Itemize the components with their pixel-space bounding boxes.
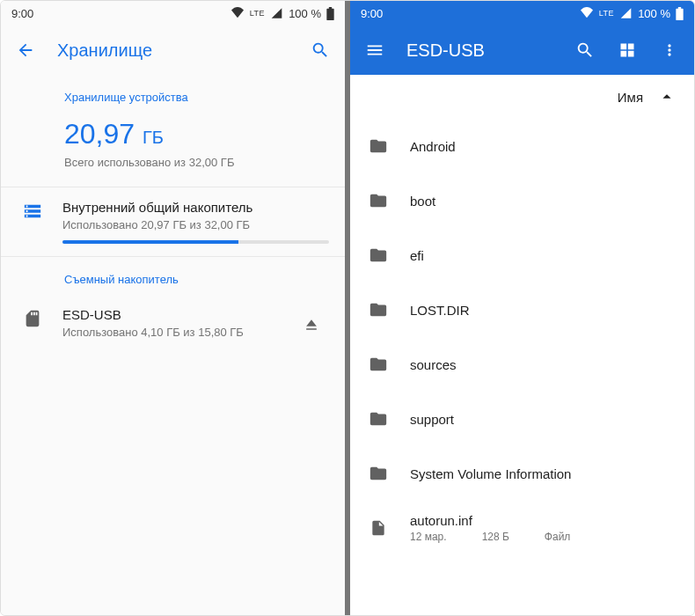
folder-icon — [366, 246, 391, 265]
chevron-up-icon — [657, 87, 677, 106]
app-bar: ESD-USB — [350, 26, 694, 75]
search-button[interactable] — [303, 33, 338, 68]
usage-summary: 20,97 ГБ Всего использовано из 32,00 ГБ — [1, 113, 345, 187]
file-row[interactable]: autorun.inf12 мар.128 БФайл — [350, 501, 694, 555]
eject-button[interactable] — [294, 307, 329, 342]
file-icon — [366, 518, 391, 538]
item-name: LOST.DIR — [410, 303, 678, 318]
removable-name: ESD-USB — [62, 307, 278, 322]
eject-icon — [303, 316, 320, 334]
status-bar: 9:00 LTE 100 % — [350, 1, 694, 26]
folder-icon — [366, 409, 391, 429]
status-icons: LTE 100 % — [580, 7, 684, 20]
status-time: 9:00 — [361, 7, 383, 20]
more-vert-icon — [661, 41, 678, 59]
item-date: 12 мар. — [410, 531, 447, 543]
wifi-icon — [230, 7, 245, 19]
folder-icon — [366, 355, 391, 374]
arrow-back-icon — [16, 40, 35, 60]
storage-settings-screen: 9:00 LTE 100 % Хранилище Хранилище устро… — [1, 1, 348, 615]
internal-storage-row[interactable]: Внутренний общий накопитель Использовано… — [1, 187, 345, 257]
signal-icon — [270, 7, 283, 19]
folder-row[interactable]: boot — [350, 173, 694, 228]
item-name: autorun.inf — [410, 513, 678, 528]
menu-button[interactable] — [357, 33, 392, 68]
folder-row[interactable]: sources — [350, 337, 694, 392]
item-name: Android — [410, 139, 678, 154]
used-subtitle: Всего использовано из 32,00 ГБ — [64, 156, 324, 169]
internal-storage-progress — [62, 240, 329, 244]
folder-icon — [366, 191, 391, 210]
item-name: sources — [410, 357, 678, 372]
item-name: boot — [410, 194, 678, 209]
signal-icon — [619, 7, 633, 19]
view-grid-button[interactable] — [610, 33, 645, 68]
item-name: support — [410, 412, 678, 427]
device-storage-header: Хранилище устройства — [1, 75, 345, 113]
hamburger-icon — [365, 40, 384, 60]
removable-sub: Использовано 4,10 ГБ из 15,80 ГБ — [62, 326, 278, 339]
internal-storage-sub: Использовано 20,97 ГБ из 32,00 ГБ — [62, 218, 329, 231]
overflow-menu-button[interactable] — [652, 33, 687, 68]
used-unit: ГБ — [143, 128, 164, 147]
folder-row[interactable]: Android — [350, 119, 694, 173]
file-browser-screen: 9:00 LTE 100 % ESD-USB Имя Androidbootef… — [348, 1, 694, 615]
search-button[interactable] — [567, 33, 603, 68]
storage-icon — [23, 202, 42, 221]
folder-row[interactable]: LOST.DIR — [350, 282, 694, 337]
item-kind: Файл — [545, 531, 571, 543]
battery-icon — [326, 7, 334, 20]
back-button[interactable] — [8, 33, 43, 68]
internal-storage-name: Внутренний общий накопитель — [62, 200, 329, 215]
network-type: LTE — [250, 10, 265, 18]
search-icon — [575, 40, 595, 60]
file-list: AndroidbootefiLOST.DIRsourcessupportSyst… — [350, 119, 694, 615]
app-bar: Хранилище — [1, 26, 345, 75]
item-size: 128 Б — [482, 531, 509, 543]
folder-row[interactable]: efi — [350, 228, 694, 282]
page-title: Хранилище — [50, 40, 296, 61]
status-bar: 9:00 LTE 100 % — [1, 1, 345, 26]
removable-storage-row[interactable]: ESD-USB Использовано 4,10 ГБ из 15,80 ГБ — [1, 295, 345, 355]
removable-storage-header: Съемный накопитель — [1, 257, 345, 295]
battery-icon — [676, 7, 684, 20]
network-type: LTE — [599, 10, 614, 18]
item-meta: 12 мар.128 БФайл — [410, 531, 678, 543]
folder-row[interactable]: support — [350, 392, 694, 446]
status-time: 9:00 — [11, 7, 33, 20]
item-name: System Volume Information — [410, 466, 678, 481]
folder-row[interactable]: System Volume Information — [350, 446, 694, 501]
status-icons: LTE 100 % — [230, 7, 334, 20]
used-value: 20,97 — [64, 118, 135, 150]
battery-percent: 100 % — [638, 7, 670, 20]
item-name: efi — [410, 248, 678, 263]
folder-icon — [366, 136, 391, 156]
sd-card-icon — [23, 309, 42, 328]
folder-icon — [366, 464, 391, 483]
grid-view-icon — [618, 41, 636, 59]
wifi-icon — [580, 7, 594, 19]
sort-bar[interactable]: Имя — [350, 75, 694, 119]
page-title: ESD-USB — [399, 40, 560, 61]
battery-percent: 100 % — [289, 7, 321, 20]
folder-icon — [366, 300, 391, 319]
search-icon — [311, 40, 330, 60]
sort-label: Имя — [618, 90, 643, 105]
